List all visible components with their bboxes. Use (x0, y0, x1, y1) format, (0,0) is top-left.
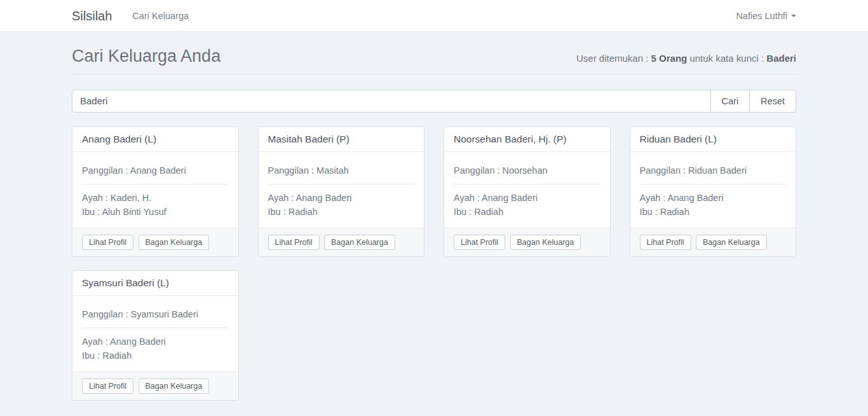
person-card-title: Syamsuri Baderi (L) (72, 271, 238, 296)
person-nickname: Panggilan : Noorsehan (454, 163, 600, 177)
card-body-divider (268, 184, 415, 184)
person-father: Ayah : Kaderi, H. (82, 191, 229, 205)
user-menu-dropdown[interactable]: Nafies Luthfi (736, 11, 796, 21)
chevron-down-icon (791, 15, 796, 17)
person-father: Ayah : Anang Baderi (268, 191, 415, 205)
person-nickname: Panggilan : Masitah (268, 163, 415, 177)
result-summary: User ditemukan : 5 Orang untuk kata kunc… (576, 53, 796, 66)
person-card-body: Panggilan : Syamsuri Baderi Ayah : Anang… (72, 296, 238, 371)
page-header: Cari Keluarga Anda User ditemukan : 5 Or… (72, 32, 796, 74)
person-card: Anang Baderi (L) Panggilan : Anang Bader… (72, 127, 239, 257)
lihat-profil-button[interactable]: Lihat Profil (268, 235, 320, 250)
bagan-keluarga-button[interactable]: Bagan Keluarga (139, 235, 210, 250)
person-card-footer: Lihat Profil Bagan Keluarga (72, 371, 238, 400)
search-input[interactable] (72, 90, 711, 113)
person-card-footer: Lihat Profil Bagan Keluarga (444, 228, 610, 256)
lihat-profil-button[interactable]: Lihat Profil (454, 235, 505, 250)
person-card: Noorsehan Baderi, Hj. (P) Panggilan : No… (444, 127, 611, 257)
person-nickname: Panggilan : Riduan Baderi (640, 163, 787, 177)
result-middle: untuk kata kunci : (687, 53, 766, 64)
person-card-footer: Lihat Profil Bagan Keluarga (72, 228, 238, 256)
person-card-title: Anang Baderi (L) (72, 127, 238, 152)
person-card-body: Panggilan : Anang Baderi Ayah : Kaderi, … (72, 152, 238, 228)
navbar: Silsilah Cari Keluarga Nafies Luthfi (0, 0, 868, 32)
result-count: 5 Orang (651, 53, 688, 64)
bagan-keluarga-button[interactable]: Bagan Keluarga (324, 235, 395, 250)
card-body-divider (454, 184, 600, 184)
page-title: Cari Keluarga Anda (72, 47, 220, 66)
person-card-footer: Lihat Profil Bagan Keluarga (259, 228, 424, 256)
person-card-title: Masitah Baderi (P) (259, 127, 424, 152)
card-body-divider (82, 328, 229, 328)
card-body-divider (82, 184, 229, 184)
person-card-body: Panggilan : Riduan Baderi Ayah : Anang B… (630, 152, 796, 228)
lihat-profil-button[interactable]: Lihat Profil (640, 235, 691, 250)
person-card: Syamsuri Baderi (L) Panggilan : Syamsuri… (72, 270, 239, 401)
person-card-title: Riduan Baderi (L) (630, 127, 796, 152)
person-card-body: Panggilan : Noorsehan Ayah : Anang Bader… (444, 152, 610, 228)
person-card-body: Panggilan : Masitah Ayah : Anang Baderi … (259, 152, 424, 228)
person-card-title: Noorsehan Baderi, Hj. (P) (444, 127, 610, 152)
person-card: Masitah Baderi (P) Panggilan : Masitah A… (258, 127, 425, 257)
person-mother: Ibu : Radiah (454, 205, 600, 219)
reset-button[interactable]: Reset (749, 90, 796, 113)
bagan-keluarga-button[interactable]: Bagan Keluarga (696, 235, 767, 250)
nav-item-cari-keluarga[interactable]: Cari Keluarga (132, 11, 189, 21)
result-prefix: User ditemukan : (576, 53, 651, 64)
user-menu-label: Nafies Luthfi (736, 11, 787, 21)
person-card-footer: Lihat Profil Bagan Keluarga (630, 228, 796, 256)
card-body-divider (640, 184, 787, 184)
person-mother: Ibu : Radiah (268, 205, 415, 219)
person-mother: Ibu : Radiah (82, 349, 229, 363)
search-bar: Cari Reset (72, 90, 796, 113)
person-nickname: Panggilan : Anang Baderi (82, 163, 229, 177)
person-nickname: Panggilan : Syamsuri Baderi (82, 307, 229, 321)
main-content: Cari Keluarga Anda User ditemukan : 5 Or… (72, 32, 796, 416)
person-father: Ayah : Anang Baderi (640, 191, 787, 205)
cari-button[interactable]: Cari (710, 90, 750, 113)
person-mother: Ibu : Radiah (640, 205, 787, 219)
person-card: Riduan Baderi (L) Panggilan : Riduan Bad… (630, 127, 797, 257)
result-keyword: Baderi (766, 53, 796, 64)
brand-silsilah[interactable]: Silsilah (72, 9, 112, 24)
bagan-keluarga-button[interactable]: Bagan Keluarga (139, 378, 210, 394)
person-father: Ayah : Anang Baderi (454, 191, 600, 205)
cards-grid: Anang Baderi (L) Panggilan : Anang Bader… (72, 127, 796, 416)
person-mother: Ibu : Aluh Binti Yusuf (82, 205, 229, 219)
lihat-profil-button[interactable]: Lihat Profil (82, 235, 133, 250)
bagan-keluarga-button[interactable]: Bagan Keluarga (510, 235, 581, 250)
person-father: Ayah : Anang Baderi (82, 335, 229, 349)
lihat-profil-button[interactable]: Lihat Profil (82, 378, 133, 394)
